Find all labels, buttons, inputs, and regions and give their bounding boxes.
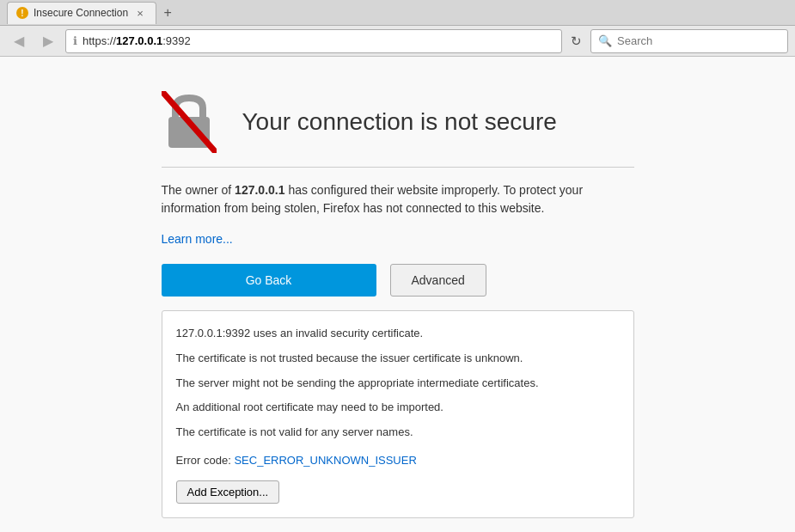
search-input[interactable]: [617, 34, 780, 47]
tab-title: Insecure Connection: [34, 7, 128, 19]
cert-error-line3: The server might not be sending the appr…: [176, 375, 620, 393]
title-bar: ! Insecure Connection × +: [0, 0, 795, 26]
error-description: The owner of 127.0.0.1 has configured th…: [162, 181, 634, 217]
go-back-button[interactable]: Go Back: [162, 264, 376, 297]
error-code-line: Error code: SEC_ERROR_UNKNOWN_ISSUER: [176, 452, 620, 470]
security-icon: ℹ: [73, 34, 77, 47]
browser-tab[interactable]: ! Insecure Connection ×: [7, 2, 156, 24]
search-bar[interactable]: 🔍: [590, 29, 788, 53]
cert-error-line4: An additional root certificate may need …: [176, 399, 620, 417]
url-text: https://127.0.0.1:9392: [83, 34, 554, 47]
error-header: Your connection is not secure: [162, 91, 634, 153]
advanced-panel: 127.0.0.1:9392 uses an invalid security …: [162, 310, 634, 518]
error-divider: [162, 167, 634, 168]
navigation-bar: ◀ ▶ ℹ https://127.0.0.1:9392 ↻ 🔍: [0, 26, 795, 57]
new-tab-button[interactable]: +: [156, 2, 179, 24]
page-content: Your connection is not secure The owner …: [0, 57, 795, 532]
tab-close-button[interactable]: ×: [133, 6, 147, 20]
cert-error-line1: 127.0.0.1:9392 uses an invalid security …: [176, 325, 620, 343]
cert-error-line5: The certificate is not valid for any ser…: [176, 424, 620, 442]
cert-error-line2: The certificate is not trusted because t…: [176, 350, 620, 368]
forward-button[interactable]: ▶: [36, 29, 60, 53]
error-code-link[interactable]: SEC_ERROR_UNKNOWN_ISSUER: [234, 454, 416, 467]
address-bar[interactable]: ℹ https://127.0.0.1:9392: [65, 29, 562, 53]
tab-favicon: !: [16, 7, 28, 19]
lock-icon: [162, 91, 217, 153]
learn-more-link[interactable]: Learn more...: [162, 232, 233, 246]
error-container: Your connection is not secure The owner …: [162, 91, 634, 518]
advanced-button[interactable]: Advanced: [390, 264, 486, 297]
add-exception-button[interactable]: Add Exception...: [176, 480, 280, 504]
button-row: Go Back Advanced: [162, 264, 634, 297]
reload-button[interactable]: ↻: [567, 32, 585, 51]
search-icon: 🔍: [598, 34, 612, 47]
back-button[interactable]: ◀: [7, 29, 31, 53]
error-title: Your connection is not secure: [242, 108, 557, 136]
